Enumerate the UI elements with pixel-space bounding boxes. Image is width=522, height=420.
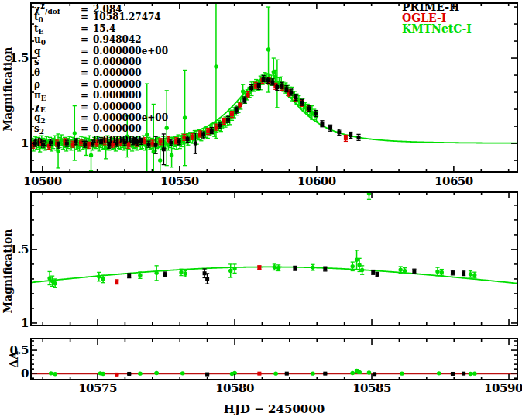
data-point: [349, 133, 352, 137]
data-point: [97, 274, 101, 278]
x-axis-title: HJD − 2450000: [224, 402, 325, 416]
data-point: [314, 112, 318, 115]
data-point: [169, 140, 173, 144]
data-point: [257, 266, 261, 270]
fit-param-value: 0.000000: [93, 57, 142, 67]
data-point: [228, 269, 232, 273]
data-point: [179, 270, 183, 274]
data-point: [284, 87, 288, 91]
data-point: [218, 123, 222, 127]
data-point: [451, 372, 455, 376]
fit-param-row: χE=0.000000: [34, 102, 168, 112]
fit-param-row: φ2=0.000000: [34, 135, 168, 146]
data-point: [162, 147, 166, 151]
data-point: [357, 370, 361, 374]
data-point: [257, 84, 261, 88]
data-point: [49, 371, 53, 375]
data-point: [412, 270, 416, 274]
data-point: [115, 280, 118, 284]
x-tick-label: 10580: [215, 381, 254, 395]
data-point: [177, 139, 181, 143]
y-tick-label: 0.5: [2, 343, 29, 357]
equals-sign: =: [81, 12, 93, 22]
x-tick-label: 10600: [297, 174, 336, 188]
data-point: [249, 86, 253, 90]
fit-param-row: θ=0.000000: [34, 67, 168, 78]
data-point: [275, 85, 279, 89]
data-point: [183, 115, 187, 119]
data-point: [186, 137, 190, 141]
data-point: [230, 112, 234, 116]
fit-param-row: q2=0.000000e+00: [34, 112, 168, 123]
fit-param-value: 15.4: [93, 23, 115, 34]
data-point: [232, 267, 236, 270]
data-point: [246, 93, 250, 97]
data-point: [435, 270, 439, 274]
fit-param-row: q=0.000000e+00: [34, 46, 168, 57]
data-point: [154, 371, 158, 375]
data-point: [371, 270, 375, 274]
data-point: [344, 136, 348, 140]
equals-sign: =: [81, 23, 93, 34]
equals-sign: =: [81, 135, 93, 146]
data-point: [170, 153, 173, 157]
y-tick-label: 0: [2, 367, 29, 380]
fit-param-value: 0.000000: [93, 79, 142, 90]
data-point: [163, 272, 167, 276]
data-point: [273, 265, 276, 269]
data-point: [53, 372, 57, 376]
data-point: [206, 129, 210, 133]
y-tick-label: 1.5: [2, 243, 29, 256]
equals-sign: =: [81, 34, 93, 45]
data-point: [367, 370, 371, 374]
fit-parameter-block: χ2/dof=2.084t0=10581.27474tE=15.4u0=0.94…: [34, 1, 168, 146]
data-point: [101, 277, 105, 281]
fit-param-row: s=0.000000: [34, 57, 168, 67]
fit-param-value: 10581.27474: [93, 12, 161, 22]
equals-sign: =: [81, 46, 93, 57]
data-point: [138, 371, 142, 375]
data-point: [205, 277, 209, 281]
x-tick-label: 10500: [23, 174, 62, 188]
data-point: [469, 372, 472, 376]
fit-param-symbol: ρ: [34, 79, 81, 90]
x-tick-label: 10550: [160, 174, 199, 188]
data-point: [273, 371, 277, 375]
fit-param-value: 0.000000: [93, 123, 142, 134]
data-point: [127, 372, 131, 376]
data-point: [205, 373, 209, 377]
panel-data-area: [31, 188, 517, 287]
data-point: [222, 119, 226, 123]
x-tick-label: 10590: [484, 381, 522, 395]
legend-entry: KMTNetC-I: [402, 23, 472, 34]
series-PRIME-H: [127, 266, 465, 284]
data-point: [235, 108, 239, 112]
data-point: [262, 77, 266, 81]
data-point: [337, 130, 341, 134]
fit-param-symbol: φ2: [34, 135, 81, 150]
fit-param-value: 0.000000: [93, 102, 142, 112]
data-point: [280, 84, 283, 88]
data-point: [351, 264, 355, 268]
data-point: [357, 263, 361, 267]
series-OGLE-I: [115, 266, 261, 284]
fit-param-row: χ2/dof=2.084: [34, 1, 168, 12]
fit-param-symbol: s: [34, 57, 81, 67]
x-tick-label: 10650: [434, 174, 473, 188]
series-KMTNetC-I: [47, 188, 476, 287]
legend: PRIME-HOGLE-IKMTNetC-I: [402, 2, 472, 34]
fit-param-symbol: q: [34, 46, 81, 57]
data-point: [400, 371, 404, 375]
data-point: [320, 122, 324, 126]
data-point: [285, 372, 289, 376]
data-point: [214, 126, 218, 129]
data-point: [398, 267, 402, 271]
data-point: [266, 78, 270, 82]
data-point: [440, 270, 444, 274]
fit-param-row: ρ=0.000000: [34, 79, 168, 90]
data-point: [270, 80, 274, 84]
data-point: [462, 271, 465, 275]
data-point: [376, 273, 379, 277]
data-point: [242, 98, 246, 102]
data-point: [373, 372, 376, 376]
